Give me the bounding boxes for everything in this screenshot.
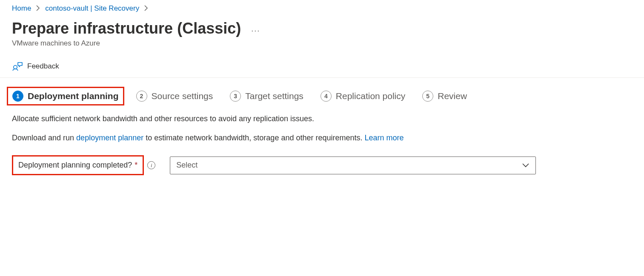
step-label: Review [438,91,467,101]
form-label-highlight: Deployment planning completed? * [12,155,144,175]
more-actions-icon[interactable]: ··· [251,21,260,35]
feedback-label: Feedback [27,62,59,71]
step-number-badge: 4 [321,91,332,102]
description-line-1: Allocate sufficient network bandwidth an… [12,114,632,123]
chevron-right-icon [36,5,40,12]
step-number-badge: 5 [422,91,433,102]
breadcrumb: Home contoso-vault | Site Recovery [12,4,632,13]
chevron-right-icon [144,5,148,12]
chevron-down-icon [522,163,530,168]
breadcrumb-vault[interactable]: contoso-vault | Site Recovery [45,4,139,13]
deployment-planning-select[interactable]: Select [170,156,536,174]
form-row-deployment-planning: Deployment planning completed? * i Selec… [12,155,632,175]
step-review[interactable]: 5 Review [422,91,467,102]
stepper: 1 Deployment planning 2 Source settings … [12,91,632,102]
text-fragment: Download and run [12,134,76,142]
step-replication-policy[interactable]: 4 Replication policy [321,91,405,102]
step-target-settings[interactable]: 3 Target settings [230,91,303,102]
learn-more-link[interactable]: Learn more [365,134,404,142]
step-number-badge: 1 [12,91,23,102]
feedback-icon [12,61,23,71]
svg-point-0 [14,65,17,69]
step-label: Deployment planning [28,91,119,101]
feedback-button[interactable]: Feedback [12,61,59,71]
required-indicator: * [135,161,137,170]
info-icon[interactable]: i [147,161,155,169]
description-line-2: Download and run deployment planner to e… [12,134,632,142]
page-subtitle: VMware machines to Azure [12,39,632,48]
breadcrumb-home[interactable]: Home [12,4,31,13]
select-placeholder: Select [176,161,197,170]
step-number-badge: 3 [230,91,241,102]
page-title: Prepare infrastructure (Classic) [12,20,241,37]
toolbar: Feedback [0,58,644,78]
deployment-planner-link[interactable]: deployment planner [76,134,143,142]
step-label: Source settings [152,91,213,101]
step-deployment-planning[interactable]: 1 Deployment planning [7,87,124,105]
step-label: Replication policy [336,91,405,101]
text-fragment: to estimate network bandwidth, storage a… [143,134,364,142]
form-label: Deployment planning completed? [18,161,132,170]
step-label: Target settings [245,91,303,101]
step-source-settings[interactable]: 2 Source settings [136,91,213,102]
step-number-badge: 2 [136,91,147,102]
